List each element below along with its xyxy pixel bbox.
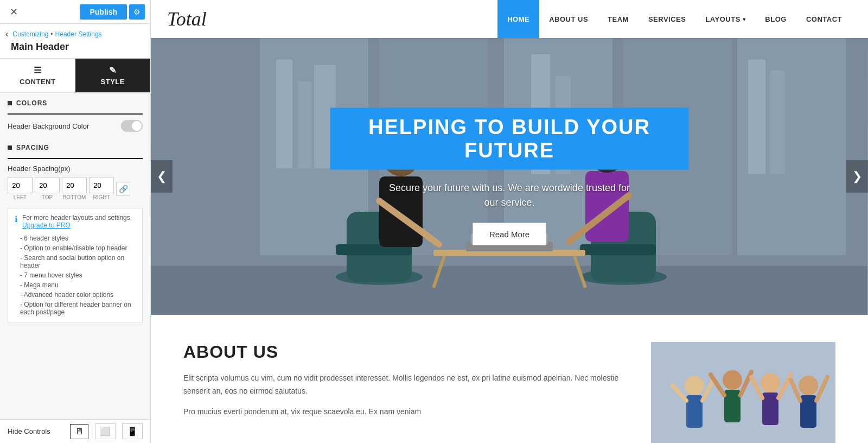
svg-point-46 bbox=[799, 376, 818, 395]
about-title: ABOUT US bbox=[183, 342, 629, 362]
pro-feature-3: Search and social button option on heade… bbox=[20, 253, 136, 270]
panel-content: COLORS Header Background Color SPACING H… bbox=[0, 93, 150, 443]
svg-rect-9 bbox=[336, 244, 412, 255]
back-arrow-icon[interactable]: ‹ bbox=[5, 29, 8, 39]
nav-item-layouts[interactable]: LAYOUTS ▾ bbox=[695, 0, 755, 38]
gear-button[interactable]: ⚙ bbox=[129, 4, 145, 20]
nav-item-services[interactable]: SERVICES bbox=[639, 0, 696, 38]
svg-rect-47 bbox=[800, 395, 816, 428]
pro-feature-2: Option to enable/disable top header bbox=[20, 243, 136, 253]
publish-group: Publish ⚙ bbox=[80, 4, 145, 20]
slider-prev-button[interactable]: ❮ bbox=[151, 160, 173, 193]
about-para-2: Pro mucius everti ponderum at, vix reque… bbox=[183, 406, 629, 419]
svg-point-10 bbox=[580, 269, 667, 285]
spacing-bottom-wrap: 20 BOTTOM bbox=[62, 177, 87, 200]
slider-next-button[interactable]: ❯ bbox=[846, 160, 868, 193]
upgrade-link[interactable]: Upgrade to PRO bbox=[22, 221, 71, 229]
hero-slider: HELPING TO BUILD YOUR FUTURE Secure your… bbox=[151, 38, 868, 315]
colors-label: COLORS bbox=[16, 99, 47, 107]
pro-feature-7: Option for different header banner on ea… bbox=[20, 300, 136, 317]
bottom-bar: Hide Controls 🖥 ⬜ 📱 bbox=[0, 419, 150, 443]
spacing-section: Header Spacing(px) 20 LEFT 20 TOP 20 BOT… bbox=[0, 159, 150, 200]
svg-rect-39 bbox=[724, 390, 741, 422]
pro-info-header: ℹ For more header layouts and settings, … bbox=[15, 214, 136, 229]
svg-rect-35 bbox=[686, 395, 703, 428]
preview-menu: HOME ABOUT US TEAM SERVICES LAYOUTS ▾ BL… bbox=[497, 0, 852, 38]
svg-rect-6 bbox=[151, 266, 867, 315]
svg-rect-12 bbox=[580, 244, 656, 255]
spacing-top-label: TOP bbox=[42, 194, 53, 200]
spacing-dot bbox=[8, 145, 12, 150]
desktop-view-button[interactable]: 🖥 bbox=[70, 424, 88, 439]
tab-content[interactable]: ☰ CONTENT bbox=[0, 59, 75, 92]
breadcrumb-root[interactable]: Customizing bbox=[12, 30, 48, 38]
nav-item-about[interactable]: ABOUT US bbox=[539, 0, 598, 38]
about-para-1: Elit scripta volumus cu vim, cum no vidi… bbox=[183, 372, 629, 398]
bg-color-row: Header Background Color bbox=[0, 115, 150, 137]
svg-point-7 bbox=[336, 269, 423, 285]
spacing-top-input[interactable]: 20 bbox=[35, 177, 60, 193]
spacing-left-label: LEFT bbox=[14, 194, 27, 200]
info-icon: ℹ bbox=[15, 214, 18, 224]
nav-item-home[interactable]: HOME bbox=[497, 0, 539, 38]
spacing-field-label: Header Spacing(px) bbox=[8, 159, 143, 173]
spacing-bottom-label: BOTTOM bbox=[63, 194, 86, 200]
spacing-right-input[interactable]: 20 bbox=[89, 177, 114, 193]
style-tab-icon: ✎ bbox=[109, 65, 117, 75]
spacing-top-wrap: 20 TOP bbox=[35, 177, 60, 200]
hero-title: HELPING TO BUILD YOUR FUTURE bbox=[330, 108, 689, 170]
svg-rect-13 bbox=[433, 250, 585, 256]
preview-logo: Total bbox=[167, 8, 497, 30]
pro-feature-4: 7 menu hover styles bbox=[20, 270, 136, 280]
close-button[interactable]: ✕ bbox=[5, 4, 22, 20]
svg-point-38 bbox=[723, 370, 742, 390]
preview-nav: Total HOME ABOUT US TEAM SERVICES LAYOUT… bbox=[151, 0, 868, 38]
nav-item-blog[interactable]: BLOG bbox=[755, 0, 796, 38]
nav-item-team[interactable]: TEAM bbox=[598, 0, 639, 38]
about-section: ABOUT US Elit scripta volumus cu vim, cu… bbox=[151, 315, 868, 443]
style-tab-label: STYLE bbox=[101, 78, 125, 86]
hero-subtitle: Secure your future with us. We are wordw… bbox=[330, 181, 689, 210]
mobile-view-button[interactable]: 📱 bbox=[122, 423, 143, 439]
about-text: ABOUT US Elit scripta volumus cu vim, cu… bbox=[183, 342, 629, 426]
pro-feature-6: Advanced header color options bbox=[20, 290, 136, 300]
about-image bbox=[651, 342, 835, 443]
svg-line-14 bbox=[433, 256, 444, 288]
tab-style[interactable]: ✎ STYLE bbox=[75, 59, 151, 92]
tablet-view-button[interactable]: ⬜ bbox=[95, 423, 116, 439]
spacing-left-wrap: 20 LEFT bbox=[8, 177, 33, 200]
nav-item-contact[interactable]: CONTACT bbox=[796, 0, 852, 38]
spacing-left-input[interactable]: 20 bbox=[8, 177, 33, 193]
breadcrumb-separator: • bbox=[50, 30, 53, 38]
pro-info: ℹ For more header layouts and settings, … bbox=[8, 208, 143, 323]
svg-rect-32 bbox=[770, 71, 785, 174]
spacing-right-wrap: 20 RIGHT bbox=[89, 177, 114, 200]
svg-rect-31 bbox=[748, 60, 765, 174]
svg-line-15 bbox=[575, 256, 585, 288]
svg-rect-43 bbox=[762, 393, 778, 425]
pro-feature-1: 6 header styles bbox=[20, 233, 136, 243]
right-preview: Total HOME ABOUT US TEAM SERVICES LAYOUT… bbox=[151, 0, 868, 443]
publish-button[interactable]: Publish bbox=[80, 4, 127, 20]
breadcrumb: ‹ Customizing • Header Settings bbox=[5, 29, 143, 39]
svg-rect-26 bbox=[276, 60, 292, 168]
svg-rect-5 bbox=[737, 38, 846, 255]
spacing-inputs: 20 LEFT 20 TOP 20 BOTTOM 20 RIGHT 🔗 bbox=[8, 177, 143, 200]
hide-controls-label: Hide Controls bbox=[8, 427, 63, 435]
left-panel: ✕ Publish ⚙ ‹ Customizing • Header Setti… bbox=[0, 0, 151, 443]
colors-section-header: COLORS bbox=[0, 93, 150, 113]
hero-read-more-button[interactable]: Read More bbox=[473, 223, 546, 245]
nav-layouts-label: LAYOUTS bbox=[705, 15, 740, 23]
spacing-bottom-input[interactable]: 20 bbox=[62, 177, 87, 193]
section-title: Main Header bbox=[5, 41, 143, 53]
content-tab-icon: ☰ bbox=[34, 65, 42, 75]
top-bar: ✕ Publish ⚙ bbox=[0, 0, 150, 24]
tabs-row: ☰ CONTENT ✎ STYLE bbox=[0, 59, 150, 93]
pro-info-text: For more header layouts and settings, Up… bbox=[22, 214, 136, 229]
spacing-label: SPACING bbox=[16, 144, 49, 151]
bg-color-toggle[interactable] bbox=[121, 120, 143, 132]
breadcrumb-area: ‹ Customizing • Header Settings Main Hea… bbox=[0, 24, 150, 59]
spacing-section-header: SPACING bbox=[0, 137, 150, 158]
about-image-svg bbox=[651, 342, 835, 443]
spacing-link-icon[interactable]: 🔗 bbox=[116, 182, 130, 196]
